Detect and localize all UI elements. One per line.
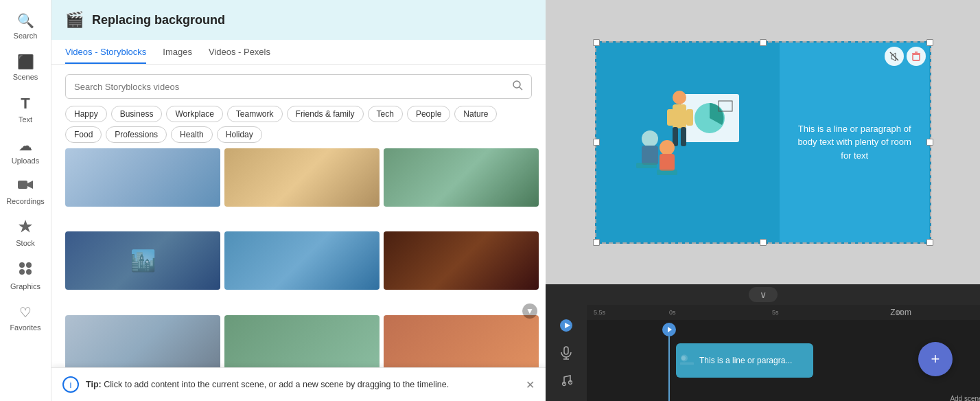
tag-teamwork[interactable]: Teamwork [227, 106, 283, 122]
scene-preview: This is a line or paragraph of body text… [595, 41, 931, 244]
svg-point-18 [642, 130, 658, 147]
sidebar-item-label: Recordings [6, 197, 45, 205]
resize-handle-bl[interactable] [593, 239, 600, 246]
timeline-ruler: 5.5s 0s 5s 10 Zoom [587, 305, 980, 320]
sidebar-item-favorites[interactable]: ♡ Favorites [2, 299, 49, 337]
tag-health[interactable]: Health [171, 126, 213, 143]
recordings-icon [18, 179, 33, 194]
video-thumb-2[interactable] [224, 148, 380, 207]
sidebar-item-recordings[interactable]: Recordings [2, 173, 49, 211]
search-icon: 🔍 [17, 12, 34, 29]
tooltip-tip-label: Tip: [86, 380, 102, 389]
tag-happy[interactable]: Happy [65, 106, 107, 122]
svg-marker-1 [27, 181, 33, 189]
scene-text-area: This is a line or paragraph of body text… [780, 43, 930, 242]
sidebar-item-label: Favorites [10, 323, 40, 332]
resize-handle-br[interactable] [926, 239, 933, 246]
timeline: ∨ [546, 284, 980, 401]
sidebar-item-label: Search [14, 32, 38, 40]
tag-business[interactable]: Business [111, 106, 163, 122]
tag-professions[interactable]: Professions [106, 126, 167, 143]
sidebar-item-search[interactable]: 🔍 Search [2, 7, 49, 45]
panel-header-title: Replacing background [92, 13, 225, 27]
tag-friends-family[interactable]: Friends & family [287, 106, 364, 122]
resize-handle-mr[interactable] [926, 139, 933, 146]
right-panel: This is a line or paragraph of body text… [546, 0, 980, 401]
sidebar-item-uploads[interactable]: ☁ Uploads [2, 132, 49, 170]
svg-point-7 [513, 81, 520, 88]
tag-workplace[interactable]: Workplace [166, 106, 222, 122]
add-scene-button[interactable]: + [918, 342, 953, 376]
add-icon: + [931, 350, 940, 368]
sidebar-item-label: Stock [16, 239, 35, 247]
video-thumb-1[interactable] [65, 148, 220, 207]
playhead[interactable] [662, 320, 676, 401]
time-marker-0: 0s [669, 309, 676, 316]
tab-pexels[interactable]: Videos - Pexels [209, 47, 270, 64]
resize-handle-tr[interactable] [926, 39, 933, 46]
svg-rect-0 [18, 181, 27, 189]
timeline-body: 5.5s 0s 5s 10 Zoom [546, 305, 980, 401]
mic-button[interactable] [555, 342, 577, 364]
svg-line-8 [520, 87, 522, 90]
timeline-header: ∨ [546, 284, 980, 305]
sidebar-item-scenes[interactable]: ⬛ Scenes [2, 48, 49, 87]
tag-people[interactable]: People [407, 106, 450, 122]
timeline-collapse-button[interactable]: ∨ [749, 287, 778, 302]
tag-food[interactable]: Food [65, 126, 102, 143]
video-thumb-4[interactable]: 🏙️ [65, 231, 220, 290]
svg-point-6 [26, 269, 32, 275]
search-icon[interactable] [513, 80, 523, 93]
sidebar: 🔍 Search ⬛ Scenes T Text ☁ Uploads Recor… [0, 0, 51, 401]
svg-rect-21 [660, 154, 675, 171]
resize-handle-bm[interactable] [760, 239, 767, 246]
tooltip-body: Click to add content into the current sc… [104, 380, 449, 389]
play-button[interactable] [555, 314, 577, 336]
svg-marker-2 [19, 220, 32, 233]
resize-handle-ml[interactable] [593, 139, 600, 146]
sidebar-item-graphics[interactable]: Graphics [2, 255, 49, 296]
info-icon: i [62, 376, 79, 393]
tag-nature[interactable]: Nature [454, 106, 497, 122]
svg-rect-38 [680, 363, 694, 365]
search-bar [65, 74, 532, 99]
clip-icon [680, 353, 694, 369]
svg-point-20 [660, 140, 675, 155]
uploads-icon: ☁ [19, 137, 32, 154]
resize-handle-tm[interactable] [760, 39, 767, 46]
video-thumb-7[interactable] [65, 315, 220, 374]
svg-marker-35 [668, 327, 672, 332]
video-thumb-3[interactable] [384, 148, 539, 207]
svg-rect-23 [657, 170, 677, 175]
delete-button[interactable] [907, 47, 926, 66]
sidebar-item-text[interactable]: T Text [2, 89, 49, 129]
stock-icon [18, 219, 33, 236]
mute-button[interactable] [885, 47, 904, 66]
search-input[interactable] [74, 82, 507, 92]
tab-storyblocks[interactable]: Videos - Storyblocks [65, 47, 146, 64]
svg-rect-15 [686, 109, 693, 126]
time-marker-5: 5s [772, 309, 779, 316]
tab-images[interactable]: Images [163, 47, 192, 64]
video-grid: 🏙️ [51, 148, 546, 401]
time-marker-start: 5.5s [594, 309, 605, 316]
scroll-down-button[interactable]: ▼ [522, 303, 537, 319]
tag-holiday[interactable]: Holiday [217, 126, 262, 143]
video-thumb-8[interactable] [224, 315, 380, 374]
music-button[interactable] [555, 369, 577, 391]
video-thumb-5[interactable] [224, 231, 380, 290]
scene-toolbar [885, 47, 926, 66]
svg-point-4 [26, 262, 32, 268]
video-thumb-6[interactable] [384, 231, 539, 290]
timeline-clip[interactable]: This is a line or paragra... [676, 343, 813, 378]
timeline-controls [546, 305, 587, 401]
panel-header: 🎬 Replacing background [51, 0, 546, 40]
video-thumb-9[interactable] [384, 315, 539, 374]
tag-tech[interactable]: Tech [368, 106, 403, 122]
tooltip-close-button[interactable]: ✕ [526, 378, 535, 391]
tags-row: Happy Business Workplace Teamwork Friend… [51, 106, 546, 148]
resize-handle-tl[interactable] [593, 39, 600, 46]
svg-rect-14 [667, 109, 674, 126]
sidebar-item-stock[interactable]: Stock [2, 214, 49, 253]
panel-header-icon: 🎬 [65, 11, 84, 29]
